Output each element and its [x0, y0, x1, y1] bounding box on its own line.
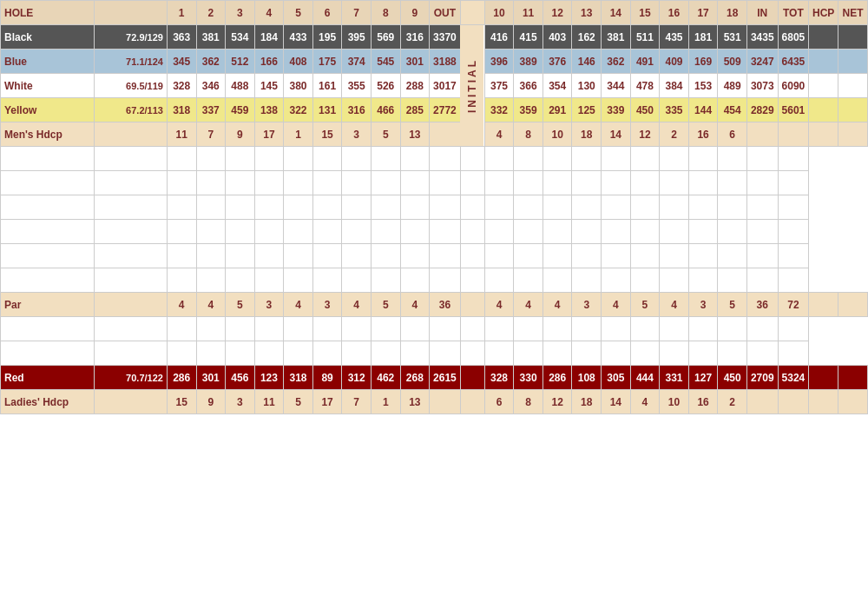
yellow-out: 2772 [430, 98, 461, 122]
empty-row-7 [1, 317, 868, 341]
blue-h18: 509 [718, 50, 747, 74]
yellow-h14: 339 [602, 98, 631, 122]
red-h4: 123 [254, 366, 284, 390]
red-h2: 301 [196, 366, 226, 390]
red-h8: 462 [371, 366, 400, 390]
lhdcp-h4: 11 [254, 390, 284, 414]
hole-18-header: 18 [718, 1, 747, 25]
white-h2: 346 [196, 74, 226, 98]
blue-h1: 345 [167, 50, 196, 74]
red-in: 2709 [746, 366, 778, 390]
empty-row-2 [1, 171, 868, 195]
hole-7-header: 7 [342, 1, 372, 25]
yellow-h2: 337 [196, 98, 226, 122]
mhdcp-h1: 11 [167, 122, 196, 147]
white-h17: 153 [688, 74, 718, 98]
par-h14: 4 [602, 293, 631, 317]
blue-h6: 175 [312, 50, 342, 74]
white-tot: 6090 [778, 74, 809, 98]
mhdcp-h11: 8 [514, 122, 543, 147]
hole-12-header: 12 [542, 1, 572, 25]
blue-h9: 301 [400, 50, 430, 74]
blue-h4: 166 [254, 50, 284, 74]
mhdcp-h7: 3 [342, 122, 372, 147]
par-in: 36 [746, 293, 778, 317]
empty-row-1 [1, 147, 868, 171]
black-h14: 381 [602, 25, 631, 50]
white-hcp [809, 74, 838, 98]
lhdcp-h12: 12 [542, 390, 572, 414]
yellow-h5: 322 [284, 98, 313, 122]
blue-label: Blue [1, 50, 95, 74]
ladies-hdcp-rating [94, 390, 167, 414]
par-h15: 5 [630, 293, 660, 317]
hole-14-header: 14 [602, 1, 631, 25]
lhdcp-h6: 17 [312, 390, 342, 414]
par-h17: 3 [688, 293, 718, 317]
black-out: 3370 [430, 25, 461, 50]
par-tot: 72 [778, 293, 809, 317]
empty-row-8 [1, 341, 868, 366]
white-h3: 488 [226, 74, 255, 98]
red-out: 2615 [430, 366, 461, 390]
black-in: 3435 [746, 25, 778, 50]
blue-h12: 376 [542, 50, 572, 74]
black-hcp [809, 25, 838, 50]
mhdcp-hcp [809, 122, 838, 147]
yellow-h10: 332 [484, 98, 514, 122]
yellow-net [838, 98, 868, 122]
par-row: Par 4 4 5 3 4 3 4 5 4 36 4 4 4 3 4 5 4 3… [1, 293, 868, 317]
black-h3: 534 [226, 25, 255, 50]
lhdcp-h7: 7 [342, 390, 372, 414]
red-h6: 89 [312, 366, 342, 390]
yellow-hcp [809, 98, 838, 122]
mhdcp-h17: 16 [688, 122, 718, 147]
par-h18: 5 [718, 293, 747, 317]
blue-net [838, 50, 868, 74]
hole-3-header: 3 [226, 1, 255, 25]
yellow-h12: 291 [542, 98, 572, 122]
mhdcp-h8: 5 [371, 122, 400, 147]
lhdcp-h2: 9 [196, 390, 226, 414]
blue-h15: 491 [630, 50, 660, 74]
yellow-in: 2829 [746, 98, 778, 122]
yellow-h3: 459 [226, 98, 255, 122]
par-h7: 4 [342, 293, 372, 317]
mhdcp-h9: 13 [400, 122, 430, 147]
par-h8: 5 [371, 293, 400, 317]
white-h5: 380 [284, 74, 313, 98]
hole-10-header: 10 [484, 1, 514, 25]
par-h12: 4 [542, 293, 572, 317]
mhdcp-h10: 4 [484, 122, 514, 147]
white-h7: 355 [342, 74, 372, 98]
white-h18: 489 [718, 74, 747, 98]
mhdcp-h18: 6 [718, 122, 747, 147]
red-h17: 127 [688, 366, 718, 390]
par-h5: 4 [284, 293, 313, 317]
mhdcp-h2: 7 [196, 122, 226, 147]
tot-header: TOT [778, 1, 809, 25]
lhdcp-h9: 13 [400, 390, 430, 414]
white-in: 3073 [746, 74, 778, 98]
par-rating [94, 293, 167, 317]
lhdcp-out [430, 390, 461, 414]
white-h9: 288 [400, 74, 430, 98]
red-row: Red 70.7/122 286 301 456 123 318 89 312 … [1, 366, 868, 390]
white-rating: 69.5/119 [94, 74, 167, 98]
mhdcp-h12: 10 [542, 122, 572, 147]
hole-15-header: 15 [630, 1, 660, 25]
lhdcp-h3: 3 [226, 390, 255, 414]
ladies-hdcp-label: Ladies' Hdcp [1, 390, 95, 414]
black-h1: 363 [167, 25, 196, 50]
red-h14: 305 [602, 366, 631, 390]
mens-hdcp-row: Men's Hdcp 11 7 9 17 1 15 3 5 13 4 8 10 … [1, 122, 868, 147]
par-h2: 4 [196, 293, 226, 317]
mhdcp-h16: 2 [660, 122, 689, 147]
black-h13: 162 [572, 25, 602, 50]
black-h10: 416 [484, 25, 514, 50]
red-h15: 444 [630, 366, 660, 390]
red-h5: 318 [284, 366, 313, 390]
hole-6-header: 6 [312, 1, 342, 25]
red-h9: 268 [400, 366, 430, 390]
white-h10: 375 [484, 74, 514, 98]
